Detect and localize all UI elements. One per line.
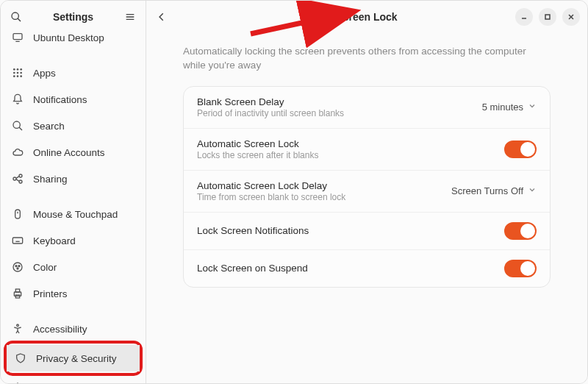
search-icon[interactable] xyxy=(8,9,24,25)
menu-icon[interactable] xyxy=(122,9,138,25)
row-sublabel: Time from screen blank to screen lock xyxy=(197,192,451,202)
svg-point-33 xyxy=(18,266,20,267)
svg-rect-25 xyxy=(12,238,22,243)
chevron-down-icon xyxy=(528,102,537,113)
row-lock-screen-notifications: Lock Screen Notifications xyxy=(184,213,550,250)
svg-point-31 xyxy=(13,263,22,271)
svg-line-1 xyxy=(18,18,21,21)
sidebar: Settings Ubuntu Desktop Apps Notificatio… xyxy=(1,1,146,383)
sidebar-item-label: Printers xyxy=(33,288,68,299)
accessibility-icon xyxy=(11,322,24,335)
svg-point-0 xyxy=(12,13,18,19)
svg-line-21 xyxy=(16,177,19,179)
search-icon xyxy=(11,119,24,132)
row-value-dropdown[interactable]: Screen Turns Off xyxy=(451,185,537,196)
displays-icon xyxy=(11,33,24,44)
apps-icon xyxy=(11,66,24,79)
page-description: Automatically locking the screen prevent… xyxy=(183,45,551,73)
svg-point-15 xyxy=(20,75,22,77)
close-button[interactable] xyxy=(562,8,580,26)
row-sublabel: Period of inactivity until screen blanks xyxy=(197,108,482,118)
content: Automatically locking the screen prevent… xyxy=(146,33,587,383)
main-panel: Screen Lock Automatically locking the sc… xyxy=(146,1,587,383)
svg-point-12 xyxy=(20,72,22,74)
svg-point-9 xyxy=(20,68,22,71)
sidebar-item-mouse[interactable]: Mouse & Touchpad xyxy=(1,201,146,227)
sidebar-item-accessibility[interactable]: Accessibility xyxy=(1,316,146,342)
sidebar-item-search[interactable]: Search xyxy=(1,113,146,139)
row-label: Blank Screen Delay xyxy=(197,96,482,107)
sidebar-nav: Ubuntu Desktop Apps Notifications Search… xyxy=(1,33,146,383)
svg-point-11 xyxy=(17,72,19,74)
sidebar-item-label: Search xyxy=(33,121,65,132)
page-title: Screen Lock xyxy=(336,11,397,23)
sidebar-item-label: Mouse & Touchpad xyxy=(33,209,118,220)
row-value-dropdown[interactable]: 5 minutes xyxy=(482,102,537,113)
svg-point-13 xyxy=(13,75,15,77)
highlight-annotation: Privacy & Security xyxy=(4,341,143,376)
svg-point-38 xyxy=(17,324,19,327)
svg-rect-36 xyxy=(15,289,19,292)
maximize-button[interactable] xyxy=(539,8,556,26)
sidebar-item-privacy-security[interactable]: Privacy & Security xyxy=(7,345,140,371)
sidebar-item-label: Color xyxy=(33,262,57,273)
svg-point-7 xyxy=(13,68,15,71)
sidebar-header: Settings xyxy=(1,1,146,33)
share-icon xyxy=(11,172,24,185)
row-label: Lock Screen on Suspend xyxy=(197,263,504,274)
chevron-down-icon xyxy=(528,185,537,196)
sidebar-item-keyboard[interactable]: Keyboard xyxy=(1,227,146,254)
sidebar-item-label: Keyboard xyxy=(33,235,76,246)
sidebar-item-printers[interactable]: Printers xyxy=(1,280,146,307)
shield-icon xyxy=(14,352,27,365)
sidebar-item-sharing[interactable]: Sharing xyxy=(1,166,146,192)
svg-point-16 xyxy=(13,121,20,128)
row-label: Automatic Screen Lock xyxy=(197,138,504,149)
sidebar-item-label: Online Accounts xyxy=(33,147,105,158)
svg-rect-5 xyxy=(13,34,22,40)
svg-point-14 xyxy=(17,75,19,77)
sidebar-item-system[interactable]: System xyxy=(1,374,146,383)
sidebar-item-ubuntu-desktop[interactable]: Ubuntu Desktop xyxy=(1,33,146,51)
toggle-automatic-screen-lock[interactable] xyxy=(504,141,537,158)
system-icon xyxy=(11,381,24,383)
sidebar-item-label: Privacy & Security xyxy=(36,353,117,364)
bell-icon xyxy=(11,93,24,106)
sidebar-item-color[interactable]: Color xyxy=(1,254,146,280)
sidebar-item-notifications[interactable]: Notifications xyxy=(1,86,146,113)
printer-icon xyxy=(11,287,24,300)
toggle-lock-screen-notifications[interactable] xyxy=(504,222,537,240)
window-controls xyxy=(515,8,580,26)
svg-rect-23 xyxy=(15,210,21,218)
svg-point-34 xyxy=(17,268,18,269)
settings-card: Blank Screen Delay Period of inactivity … xyxy=(183,86,551,288)
row-lock-screen-on-suspend: Lock Screen on Suspend xyxy=(184,250,550,287)
toggle-lock-screen-on-suspend[interactable] xyxy=(504,260,537,277)
row-sublabel: Locks the screen after it blanks xyxy=(197,150,504,160)
sidebar-item-apps[interactable]: Apps xyxy=(1,60,146,86)
mouse-icon xyxy=(11,207,24,221)
sidebar-item-label: Apps xyxy=(33,68,56,79)
svg-point-10 xyxy=(13,72,15,74)
sidebar-item-label: Ubuntu Desktop xyxy=(33,33,104,43)
back-button[interactable] xyxy=(154,9,170,25)
row-label: Automatic Screen Lock Delay xyxy=(197,180,451,191)
main-header: Screen Lock xyxy=(146,1,587,33)
sidebar-item-label: Accessibility xyxy=(33,324,87,335)
sidebar-title: Settings xyxy=(24,11,122,23)
minimize-button[interactable] xyxy=(515,8,533,26)
row-automatic-screen-lock: Automatic Screen Lock Locks the screen a… xyxy=(184,129,550,171)
cloud-icon xyxy=(11,146,24,159)
row-automatic-screen-lock-delay[interactable]: Automatic Screen Lock Delay Time from sc… xyxy=(184,171,550,213)
keyboard-icon xyxy=(11,234,24,247)
svg-point-20 xyxy=(19,180,22,183)
sidebar-item-label: System xyxy=(33,383,66,384)
svg-point-18 xyxy=(13,177,16,180)
row-blank-screen-delay[interactable]: Blank Screen Delay Period of inactivity … xyxy=(184,87,550,129)
row-label: Lock Screen Notifications xyxy=(197,225,504,236)
svg-point-19 xyxy=(19,174,22,177)
color-icon xyxy=(11,260,24,274)
svg-line-22 xyxy=(16,179,19,182)
svg-point-8 xyxy=(17,68,19,71)
sidebar-item-online-accounts[interactable]: Online Accounts xyxy=(1,139,146,166)
